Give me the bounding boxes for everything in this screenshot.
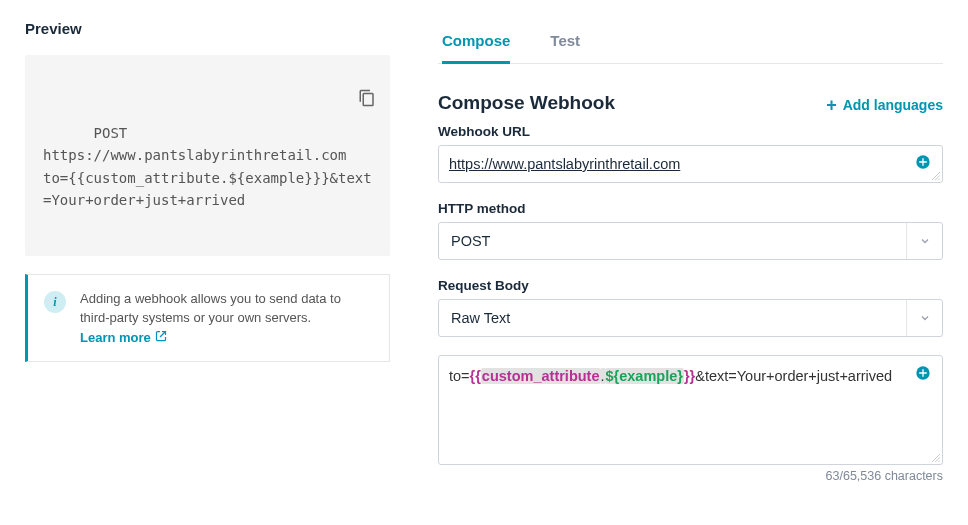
body-suffix: &text=Your+order+just+arrived [695, 368, 892, 384]
info-icon: i [44, 291, 66, 313]
body-prefix: to= [449, 368, 470, 384]
plus-icon: + [826, 96, 837, 114]
body-insert-token-button[interactable] [915, 365, 931, 385]
learn-more-link[interactable]: Learn more [80, 328, 167, 348]
tab-compose[interactable]: Compose [442, 20, 510, 63]
char-count: 63/65,536 characters [438, 469, 943, 483]
body-dot: . [601, 368, 605, 384]
info-text-container: Adding a webhook allows you to send data… [80, 289, 373, 348]
copy-icon[interactable] [291, 67, 376, 136]
chevron-down-icon [906, 300, 942, 336]
preview-content: POST https://www.pantslabyrinthretail.co… [43, 125, 372, 208]
body-open-braces: {{ [470, 368, 481, 384]
http-method-label: HTTP method [438, 201, 943, 216]
add-languages-label: Add languages [843, 97, 943, 113]
http-method-value: POST [439, 233, 906, 249]
body-type-value: Raw Text [439, 310, 906, 326]
webhook-url-input[interactable] [438, 145, 943, 183]
body-attribute-name: custom_attribute [481, 368, 601, 384]
request-body-editor[interactable]: to={{custom_attribute.${example}}}&text=… [438, 355, 943, 465]
preview-box: POST https://www.pantslabyrinthretail.co… [25, 55, 390, 256]
body-type-select[interactable]: Raw Text [438, 299, 943, 337]
request-body-label: Request Body [438, 278, 943, 293]
info-box: i Adding a webhook allows you to send da… [25, 274, 390, 363]
webhook-url-label: Webhook URL [438, 124, 943, 139]
compose-panel: Compose Test Compose Webhook + Add langu… [438, 20, 943, 483]
chevron-down-icon [906, 223, 942, 259]
learn-more-label: Learn more [80, 328, 151, 348]
preview-panel: Preview POST https://www.pantslabyrinthr… [25, 20, 390, 483]
body-close-braces: }} [684, 368, 695, 384]
compose-title: Compose Webhook [438, 92, 615, 114]
body-expression: ${example} [605, 368, 684, 384]
tab-test[interactable]: Test [550, 20, 580, 63]
url-insert-token-button[interactable] [915, 154, 931, 174]
external-link-icon [155, 328, 167, 348]
info-text: Adding a webhook allows you to send data… [80, 291, 341, 326]
http-method-select[interactable]: POST [438, 222, 943, 260]
tab-bar: Compose Test [438, 20, 943, 64]
preview-title: Preview [25, 20, 390, 37]
add-languages-button[interactable]: + Add languages [826, 96, 943, 114]
